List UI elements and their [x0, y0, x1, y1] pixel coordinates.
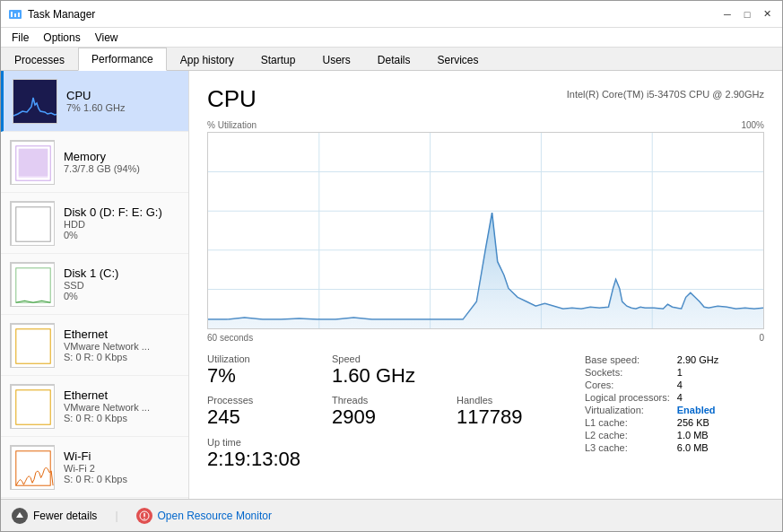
- right-stats: Base speed: 2.90 GHz Sockets: 1 Cores: 4: [585, 353, 764, 471]
- svg-rect-7: [16, 206, 50, 240]
- sidebar-item-wifi[interactable]: Wi-Fi Wi-Fi 2 S: 0 R: 0 Kbps: [1, 437, 188, 498]
- disk0-label: Disk 0 (D: F: E: G:): [64, 205, 179, 219]
- main-header: CPU Intel(R) Core(TM) i5-3470S CPU @ 2.9…: [207, 85, 764, 113]
- sidebar-item-ethernet2[interactable]: Ethernet VMware Network ... S: 0 R: 0 Kb…: [1, 376, 188, 437]
- resource-monitor-button[interactable]: Open Resource Monitor: [136, 508, 272, 524]
- wifi-label: Wi-Fi: [64, 449, 179, 463]
- processes-label: Processes: [207, 395, 318, 406]
- svg-marker-21: [16, 512, 23, 518]
- l2-value: 1.0 MB: [677, 429, 718, 441]
- virt-value: Enabled: [677, 404, 718, 416]
- task-manager-window: Task Manager ─ □ ✕ File Options View Pro…: [0, 0, 783, 532]
- handles-label: Handles: [457, 395, 567, 406]
- base-speed-row: Base speed: 2.90 GHz: [585, 353, 718, 366]
- ethernet1-sub2: S: 0 R: 0 Kbps: [64, 352, 179, 362]
- disk0-sub1: HDD: [64, 219, 179, 230]
- base-speed-value: 2.90 GHz: [677, 353, 718, 366]
- memory-info: Memory 7.3/7.8 GB (94%): [64, 150, 179, 174]
- menu-bar: File Options View: [1, 28, 782, 48]
- ethernet2-info: Ethernet VMware Network ... S: 0 R: 0 Kb…: [64, 388, 179, 423]
- l2-row: L2 cache: 1.0 MB: [585, 429, 718, 441]
- disk1-thumb: [10, 262, 55, 307]
- threads-label: Threads: [332, 395, 442, 406]
- l3-label: L3 cache:: [585, 441, 677, 454]
- l3-value: 6.0 MB: [677, 441, 718, 454]
- speed-value: 1.60 GHz: [332, 364, 442, 388]
- disk1-sub2: 0%: [64, 291, 179, 301]
- ethernet1-info: Ethernet VMware Network ... S: 0 R: 0 Kb…: [64, 327, 179, 362]
- disk0-thumb: [10, 201, 55, 246]
- tab-app-history[interactable]: App history: [167, 48, 248, 71]
- chart-label-top: % Utilization 100%: [207, 120, 764, 130]
- close-button[interactable]: ✕: [759, 6, 775, 22]
- tab-startup[interactable]: Startup: [248, 48, 309, 71]
- sidebar-item-disk1[interactable]: Disk 1 (C:) SSD 0%: [1, 254, 188, 315]
- utilization-block: Utilization 7%: [207, 353, 318, 388]
- disk1-sub1: SSD: [64, 280, 179, 291]
- cpu-info: CPU 7% 1.60 GHz: [66, 89, 179, 113]
- base-speed-label: Base speed:: [585, 353, 677, 366]
- svg-rect-8: [16, 267, 50, 301]
- cpu-model-text: Intel(R) Core(TM) i5-3470S CPU @ 2.90GHz: [567, 85, 764, 100]
- svg-rect-2: [14, 13, 16, 17]
- logical-label: Logical processors:: [585, 391, 677, 404]
- svg-rect-9: [16, 328, 50, 362]
- disk0-sub2: 0%: [64, 230, 179, 240]
- tab-performance[interactable]: Performance: [78, 48, 167, 71]
- minimize-button[interactable]: ─: [719, 6, 735, 22]
- ethernet1-label: Ethernet: [64, 327, 179, 341]
- l1-value: 256 KB: [677, 416, 718, 429]
- fewer-details-icon: [12, 508, 28, 524]
- svg-point-24: [144, 518, 145, 519]
- separator: |: [115, 510, 117, 522]
- chart-label-bottom: 60 seconds 0: [207, 333, 764, 343]
- y-axis-max: 100%: [741, 120, 764, 130]
- wifi-sub1: Wi-Fi 2: [64, 463, 179, 474]
- sidebar-item-cpu[interactable]: CPU 7% 1.60 GHz: [1, 71, 188, 132]
- cpu-thumb: [13, 79, 57, 124]
- left-stats: Utilization 7% Speed 1.60 GHz Processes …: [207, 353, 567, 471]
- svg-rect-6: [19, 148, 48, 176]
- fewer-details-button[interactable]: Fewer details: [12, 508, 97, 524]
- tabs-bar: Processes Performance App history Startu…: [1, 48, 782, 71]
- svg-rect-10: [16, 389, 50, 423]
- menu-options[interactable]: Options: [36, 30, 87, 45]
- tab-users[interactable]: Users: [309, 48, 363, 71]
- tab-processes[interactable]: Processes: [1, 48, 78, 71]
- wifi-info: Wi-Fi Wi-Fi 2 S: 0 R: 0 Kbps: [64, 449, 179, 484]
- ethernet1-sub1: VMware Network ...: [64, 341, 179, 352]
- virt-row: Virtualization: Enabled: [585, 404, 718, 416]
- cpu-sub: 7% 1.60 GHz: [66, 102, 179, 113]
- tab-services[interactable]: Services: [424, 48, 492, 71]
- threads-block: Threads 2909: [332, 395, 442, 429]
- cpu-label: CPU: [66, 89, 179, 102]
- title-bar-left: Task Manager: [8, 7, 95, 22]
- processes-block: Processes 245: [207, 395, 318, 429]
- memory-label: Memory: [64, 150, 179, 163]
- sidebar-item-ethernet1[interactable]: Ethernet VMware Network ... S: 0 R: 0 Kb…: [1, 315, 188, 376]
- maximize-button[interactable]: □: [739, 6, 755, 22]
- menu-file[interactable]: File: [4, 30, 36, 45]
- disk0-info: Disk 0 (D: F: E: G:) HDD 0%: [64, 205, 179, 240]
- sidebar-item-disk0[interactable]: Disk 0 (D: F: E: G:) HDD 0%: [1, 193, 188, 254]
- svg-rect-1: [11, 12, 13, 17]
- utilization-value: 7%: [207, 364, 318, 388]
- logical-value: 4: [677, 391, 718, 404]
- spacer: [457, 353, 567, 388]
- title-bar: Task Manager ─ □ ✕: [1, 1, 782, 28]
- menu-view[interactable]: View: [88, 30, 126, 45]
- processes-value: 245: [207, 406, 318, 429]
- ethernet1-thumb: [10, 323, 55, 368]
- sockets-label: Sockets:: [585, 366, 677, 379]
- threads-value: 2909: [332, 406, 442, 429]
- tab-details[interactable]: Details: [364, 48, 424, 71]
- ethernet2-thumb: [10, 384, 55, 429]
- disk1-label: Disk 1 (C:): [64, 266, 179, 280]
- resource-monitor-label: Open Resource Monitor: [158, 510, 272, 522]
- l1-row: L1 cache: 256 KB: [585, 416, 718, 429]
- l2-label: L2 cache:: [585, 429, 677, 441]
- sidebar-item-memory[interactable]: Memory 7.3/7.8 GB (94%): [1, 132, 188, 193]
- uptime-label: Up time: [207, 437, 567, 448]
- memory-sub: 7.3/7.8 GB (94%): [64, 163, 179, 174]
- speed-label: Speed: [332, 353, 442, 364]
